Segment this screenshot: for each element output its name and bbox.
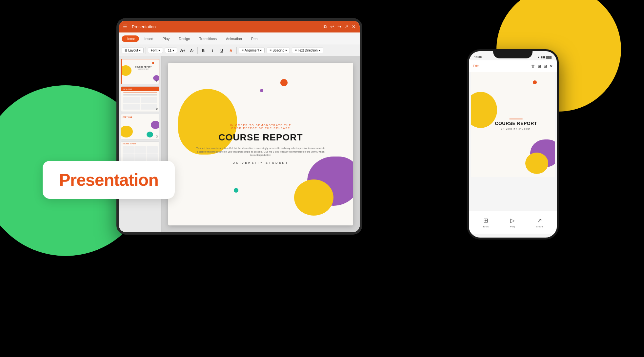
tools-icon: ⊞ <box>483 217 488 224</box>
alignment-chevron: ▾ <box>260 49 262 52</box>
phone-notch <box>493 49 533 58</box>
slide-content: IN ORDER TO DEMONSTRATE THE GOOD EFFECT … <box>196 124 326 164</box>
alignment-label: Alignment <box>245 49 259 52</box>
teal-dot-shape <box>234 188 238 193</box>
phone-slide-student: UNIVERSITY STUDENT <box>485 128 548 130</box>
presentation-label-card: Presentation <box>43 161 175 199</box>
share-icon-phone: ↗ <box>537 217 542 224</box>
tab-transitions[interactable]: Transitions <box>195 35 221 42</box>
share-icon[interactable]: ↗ <box>345 24 349 29</box>
wifi-icon: ▲ <box>537 56 540 59</box>
font-decrease-icon[interactable]: A- <box>188 47 195 54</box>
phone-edit-button[interactable]: Edit <box>473 64 478 68</box>
phone-bottom-bar: ⊞ Tools ▷ Play ↗ Share <box>469 211 557 234</box>
phone-slide: COURSE REPORT UNIVERSITY STUDENT <box>471 72 555 177</box>
tab-insert[interactable]: Insert <box>140 35 157 42</box>
phone-device: 18:00 ▲ ▮▮▮ ▓▓▓ Edit 🗑 ⊞ ⊟ ✕ <box>467 49 559 240</box>
divider1 <box>146 47 146 54</box>
slide-num-3: 3 <box>156 135 158 138</box>
tab-design[interactable]: Design <box>175 35 194 42</box>
font-button[interactable]: Font ▾ <box>148 48 163 53</box>
spacing-icon: ≡ <box>270 49 272 52</box>
font-size-chevron: ▾ <box>172 49 174 52</box>
layout-chevron: ▾ <box>139 49 141 52</box>
phone-slide-subtitle-line <box>510 119 523 119</box>
tools-label: Tools <box>483 225 489 228</box>
phone-action-icons: 🗑 ⊞ ⊟ ✕ <box>531 64 553 69</box>
slide-title: COURSE REPORT <box>196 132 326 143</box>
spacing-chevron: ▾ <box>285 49 287 52</box>
battery-icon: ▓▓▓ <box>546 56 552 59</box>
tab-pen[interactable]: Pen <box>247 35 262 42</box>
orange-dot-shape <box>280 79 288 86</box>
tablet-titlebar: ☰ Presentation ⧉ ↩ ↪ ↗ ✕ <box>119 21 360 32</box>
slide-num-2: 2 <box>156 107 158 111</box>
text-dir-icon: ≡ <box>295 49 297 52</box>
alignment-icon: ≡ <box>242 49 244 52</box>
main-slide: IN ORDER TO DEMONSTRATE THE GOOD EFFECT … <box>168 63 353 225</box>
phone-yellow-blob2 <box>525 153 548 174</box>
phone-time: 18:00 <box>474 55 482 59</box>
play-icon: ▷ <box>510 217 515 224</box>
spacing-button[interactable]: ≡ Spacing ▾ <box>267 48 290 53</box>
font-size-button[interactable]: 11 ▾ <box>165 48 177 53</box>
slide-thumb-3[interactable]: PART ONE 3 <box>121 114 159 139</box>
redo-icon[interactable]: ↪ <box>337 24 341 29</box>
tablet-screen: ☰ Presentation ⧉ ↩ ↪ ↗ ✕ Home Insert Pla… <box>119 21 360 232</box>
underline-button[interactable]: U <box>218 47 225 54</box>
text-dir-label: Text Direction <box>298 49 318 52</box>
font-increase-icon[interactable]: A+ <box>179 47 186 54</box>
layout-icon: ⊞ <box>125 49 127 52</box>
titlebar-icons: ⧉ ↩ ↪ ↗ ✕ <box>324 24 356 30</box>
phone-delete-icon[interactable]: 🗑 <box>531 64 535 69</box>
phone-close-icon[interactable]: ✕ <box>550 64 553 69</box>
phone-orange-dot <box>533 80 537 84</box>
color-button[interactable]: A <box>227 47 234 54</box>
tab-home[interactable]: Home <box>122 35 139 42</box>
phone-toolbar: Edit 🗑 ⊞ ⊟ ✕ <box>469 60 557 72</box>
phone-screen: 18:00 ▲ ▮▮▮ ▓▓▓ Edit 🗑 ⊞ ⊟ ✕ <box>469 51 557 238</box>
slide-body: Your text here concise and beautiful, bu… <box>196 147 326 157</box>
text-dir-chevron: ▸ <box>319 49 320 52</box>
phone-tools-button[interactable]: ⊞ Tools <box>483 217 489 228</box>
fullscreen-icon[interactable]: ⧉ <box>324 24 327 30</box>
divider3 <box>236 47 237 54</box>
phone-share-button[interactable]: ↗ Share <box>536 217 543 228</box>
slide-thumb-2[interactable]: CATALOGUE <box>121 86 159 112</box>
format-toolbar: ⊞ Layout ▾ Font ▾ 11 ▾ A+ A- B I U A ≡ <box>119 45 360 56</box>
phone-slide-content: COURSE REPORT UNIVERSITY STUDENT <box>485 119 548 130</box>
slide-thumb-1[interactable]: COURSE REPORT UNIVERSITY STUDENT 1 <box>121 59 159 84</box>
bold-button[interactable]: B <box>200 47 207 54</box>
phone-grid-icon[interactable]: ⊞ <box>538 64 541 69</box>
font-chevron: ▾ <box>158 49 160 52</box>
slide-panel: COURSE REPORT UNIVERSITY STUDENT 1 CATAL… <box>119 56 162 232</box>
italic-button[interactable]: I <box>209 47 216 54</box>
tab-play[interactable]: Play <box>159 35 173 42</box>
slide-num-1: 1 <box>156 79 157 83</box>
font-label: Font <box>151 49 157 52</box>
presentation-label-text: Presentation <box>59 170 158 189</box>
tab-bar: Home Insert Play Design Transitions Anim… <box>119 32 360 45</box>
font-size-value: 11 <box>168 49 171 52</box>
slide-student: UNIVERSITY STUDENT <box>196 161 326 164</box>
layout-button[interactable]: ⊞ Layout ▾ <box>122 48 144 53</box>
share-label: Share <box>536 225 543 228</box>
text-direction-button[interactable]: ≡ Text Direction ▸ <box>292 48 323 53</box>
tab-animation[interactable]: Animation <box>222 35 246 42</box>
menu-icon[interactable]: ☰ <box>123 24 127 29</box>
slide-subtitle: IN ORDER TO DEMONSTRATE THE GOOD EFFECT … <box>196 124 326 130</box>
signal-icon: ▮▮▮ <box>541 56 545 59</box>
purple-dot-shape <box>260 89 263 92</box>
tablet-device: ☰ Presentation ⧉ ↩ ↪ ↗ ✕ Home Insert Pla… <box>116 18 362 235</box>
undo-icon[interactable]: ↩ <box>330 24 334 29</box>
phone-minus-icon[interactable]: ⊟ <box>544 64 547 69</box>
alignment-button[interactable]: ≡ Alignment ▾ <box>239 48 265 53</box>
phone-slide-title: COURSE REPORT <box>485 120 548 126</box>
phone-play-button[interactable]: ▷ Play <box>510 217 515 228</box>
spacing-label: Spacing <box>272 49 284 52</box>
close-icon[interactable]: ✕ <box>352 24 356 29</box>
phone-status-icons: ▲ ▮▮▮ ▓▓▓ <box>537 56 552 59</box>
tablet-content: COURSE REPORT UNIVERSITY STUDENT 1 CATAL… <box>119 56 360 232</box>
tablet-title: Presentation <box>132 24 320 29</box>
main-slide-area: IN ORDER TO DEMONSTRATE THE GOOD EFFECT … <box>162 56 360 232</box>
